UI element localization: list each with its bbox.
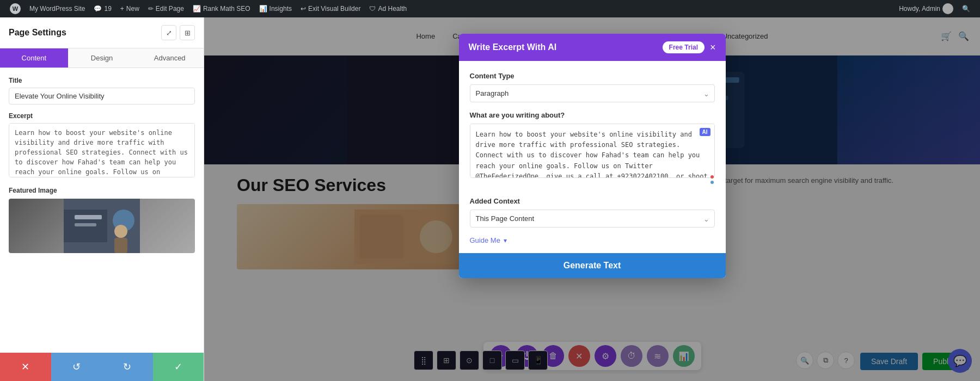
rank-icon: 📈: [193, 5, 201, 13]
featured-image-label: Featured Image: [9, 187, 195, 194]
sidebar-title: Page Settings: [9, 28, 66, 38]
content-type-label: Content Type: [470, 72, 715, 80]
page-settings-sidebar: Page Settings ⤢ ⊞ Content Design Advance…: [0, 17, 204, 381]
admin-comments[interactable]: 💬 19: [89, 0, 115, 17]
wp-icon: W: [10, 3, 21, 14]
modal-close-button[interactable]: ×: [710, 42, 716, 52]
admin-site-name[interactable]: My WordPress Site: [25, 0, 89, 17]
featured-image-svg: [64, 199, 140, 253]
bottom-actions: ✕ ↺ ↻ ✓: [0, 353, 204, 381]
writing-about-wrapper: Learn how to boost your website's online…: [470, 124, 715, 188]
comment-count: 19: [104, 5, 111, 13]
admin-insights[interactable]: 📊 Insights: [255, 0, 296, 17]
scroll-dots: [710, 175, 714, 184]
admin-rank-math[interactable]: 📈 Rank Math SEO: [188, 0, 255, 17]
admin-bar: W My WordPress Site 💬 19 + New ✏ Edit Pa…: [0, 0, 980, 17]
search-icon: 🔍: [962, 5, 970, 13]
modal-title: Write Excerpt With AI: [469, 42, 557, 52]
modal-body: Content Type Paragraph Bullet Points Sum…: [459, 61, 726, 244]
admin-wp-logo[interactable]: W: [5, 0, 25, 17]
excerpt-label: Excerpt: [9, 112, 195, 120]
edit-page-label: Edit Page: [156, 5, 184, 13]
sidebar-content: Title Excerpt Learn how to boost your we…: [0, 68, 204, 353]
admin-bar-right: Howdy, Admin 🔍: [895, 3, 975, 14]
ad-health-label: Ad Health: [378, 5, 407, 13]
free-trial-badge[interactable]: Free Trial: [663, 41, 705, 53]
title-input[interactable]: [9, 88, 195, 105]
guide-me-label: Guide Me: [470, 236, 500, 244]
svg-point-5: [114, 225, 127, 238]
guide-chevron-icon: ▾: [504, 237, 507, 244]
admin-edit-page[interactable]: ✏ Edit Page: [144, 0, 188, 17]
generate-text-button[interactable]: Generate Text: [459, 253, 726, 278]
admin-ad-health[interactable]: 🛡 Ad Health: [365, 0, 411, 17]
health-icon: 🛡: [369, 5, 376, 13]
featured-image-thumbnail[interactable]: [9, 199, 195, 253]
insights-label: Insights: [270, 5, 292, 13]
settings-tabs: Content Design Advanced: [0, 48, 204, 68]
exit-icon: ↩: [301, 5, 306, 13]
added-context-wrapper: This Page Content Custom Text: [470, 210, 715, 228]
tab-advanced[interactable]: Advanced: [136, 48, 204, 67]
excerpt-textarea[interactable]: Learn how to boost your website's online…: [9, 123, 195, 177]
confirm-button[interactable]: ✓: [153, 353, 204, 381]
title-label: Title: [9, 77, 195, 84]
tab-design[interactable]: Design: [68, 48, 136, 67]
site-name-label: My WordPress Site: [29, 5, 85, 13]
rank-math-label: Rank Math SEO: [203, 5, 250, 13]
cancel-button[interactable]: ✕: [0, 353, 51, 381]
modal-header: Write Excerpt With AI Free Trial ×: [459, 34, 726, 61]
svg-rect-4: [75, 223, 96, 226]
columns-icon[interactable]: ⊞: [180, 25, 195, 40]
added-context-label: Added Context: [470, 197, 715, 205]
admin-search[interactable]: 🔍: [958, 5, 975, 13]
content-type-wrapper: Paragraph Bullet Points Summary: [470, 84, 715, 102]
undo-button[interactable]: ↺: [51, 353, 102, 381]
content-type-select[interactable]: Paragraph Bullet Points Summary: [470, 84, 715, 102]
howdy-label: Howdy, Admin: [899, 5, 940, 13]
admin-new[interactable]: + New: [116, 0, 144, 17]
svg-rect-3: [75, 215, 102, 219]
plus-icon: +: [120, 5, 124, 13]
admin-howdy[interactable]: Howdy, Admin: [895, 3, 958, 14]
page-content-area: Home Cart Checkout My account Reviews Sa…: [204, 17, 980, 381]
ai-excerpt-modal: Write Excerpt With AI Free Trial × Conte…: [459, 34, 726, 278]
modal-footer: Generate Text: [459, 253, 726, 278]
modal-overlay: Write Excerpt With AI Free Trial × Conte…: [204, 17, 980, 381]
new-label: New: [126, 5, 139, 13]
featured-image-inner: [9, 199, 195, 253]
scroll-dot-red: [710, 175, 714, 179]
writing-about-label: What are you writing about?: [470, 111, 715, 119]
sidebar-header: Page Settings ⤢ ⊞: [0, 17, 204, 48]
guide-me-row[interactable]: Guide Me ▾: [470, 236, 715, 244]
edit-icon: ✏: [148, 5, 154, 13]
comment-icon: 💬: [94, 5, 102, 13]
expand-icon[interactable]: ⤢: [161, 25, 176, 40]
tab-content[interactable]: Content: [0, 48, 68, 67]
redo-button[interactable]: ↻: [102, 353, 153, 381]
exit-label: Exit Visual Builder: [308, 5, 361, 13]
insights-icon: 📊: [259, 5, 267, 13]
modal-header-right: Free Trial ×: [663, 41, 716, 53]
ai-badge: AI: [700, 128, 710, 136]
main-container: Page Settings ⤢ ⊞ Content Design Advance…: [0, 17, 980, 381]
scroll-dot-blue: [710, 181, 714, 184]
added-context-select[interactable]: This Page Content Custom Text: [470, 210, 715, 228]
admin-exit-builder[interactable]: ↩ Exit Visual Builder: [296, 0, 365, 17]
svg-rect-6: [114, 238, 127, 253]
sidebar-header-icons: ⤢ ⊞: [161, 25, 195, 40]
writing-about-textarea[interactable]: Learn how to boost your website's online…: [470, 124, 715, 178]
admin-avatar: [942, 3, 953, 14]
